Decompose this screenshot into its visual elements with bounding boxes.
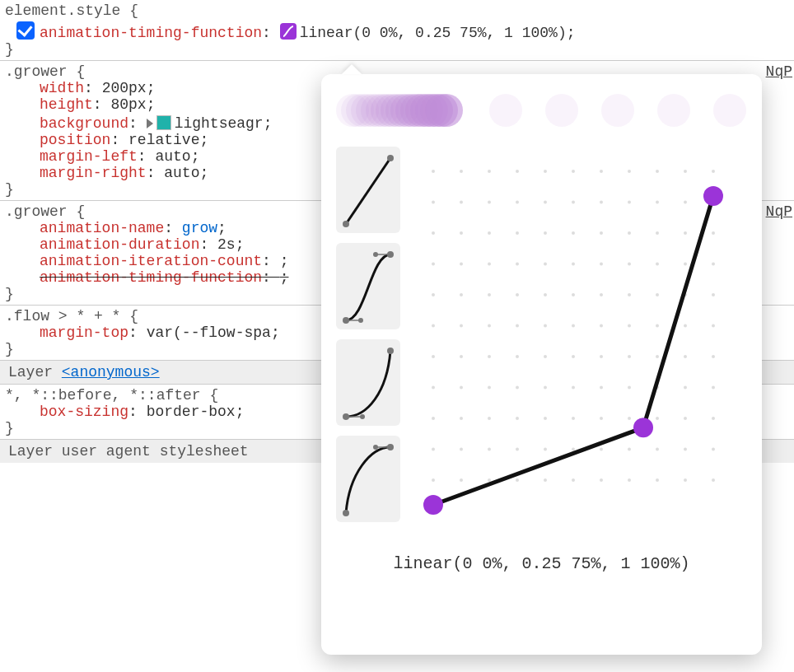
svg-point-132 bbox=[572, 478, 575, 482]
source-link[interactable]: NqP bbox=[766, 63, 792, 80]
prop-name[interactable]: position bbox=[40, 132, 110, 148]
svg-point-1 bbox=[343, 221, 349, 227]
prop-name[interactable]: width bbox=[40, 80, 84, 96]
prop-name[interactable]: animation-duration bbox=[40, 236, 199, 253]
svg-point-122 bbox=[600, 448, 603, 451]
prop-value[interactable]: border-box bbox=[147, 404, 236, 420]
prop-value[interactable]: linear(0 0%, 0.25 75%, 1 100%) bbox=[300, 25, 567, 41]
svg-point-128 bbox=[460, 478, 463, 482]
svg-point-63 bbox=[488, 293, 491, 296]
svg-point-40 bbox=[460, 231, 463, 235]
prop-name[interactable]: margin-left bbox=[40, 148, 138, 165]
svg-point-71 bbox=[712, 293, 715, 296]
svg-point-131 bbox=[544, 478, 547, 482]
svg-point-65 bbox=[544, 293, 547, 296]
prop-value[interactable]: 200px bbox=[102, 80, 147, 96]
prop-name[interactable]: height bbox=[40, 96, 93, 113]
selector[interactable]: .flow > * + * bbox=[5, 308, 120, 324]
timing-function-swatch[interactable] bbox=[280, 23, 297, 40]
svg-point-107 bbox=[488, 417, 491, 420]
svg-point-110 bbox=[572, 417, 575, 420]
curve-control-point[interactable] bbox=[633, 418, 653, 437]
prop-value[interactable]: var(--flow-spa bbox=[147, 324, 271, 341]
svg-point-90 bbox=[628, 355, 631, 358]
svg-point-123 bbox=[628, 448, 631, 451]
preset-ease-in[interactable] bbox=[336, 339, 400, 426]
prop-value[interactable]: auto bbox=[164, 165, 199, 181]
preset-ease-in-out[interactable] bbox=[336, 243, 400, 329]
svg-point-129 bbox=[488, 478, 491, 482]
anim-preview-ghost bbox=[545, 94, 578, 127]
curve-control-point[interactable] bbox=[423, 495, 443, 515]
svg-point-10 bbox=[387, 348, 394, 354]
prop-name[interactable]: margin-right bbox=[40, 165, 147, 181]
selector[interactable]: .grower bbox=[5, 63, 68, 80]
easing-curve-canvas[interactable] bbox=[409, 147, 738, 530]
selector[interactable]: *, *::before, *::after bbox=[5, 387, 201, 404]
svg-point-13 bbox=[343, 510, 349, 516]
svg-point-49 bbox=[712, 231, 715, 235]
svg-point-98 bbox=[544, 386, 547, 390]
timing-function-editor[interactable]: linear(0 0%, 0.25 75%, 1 100%) bbox=[321, 74, 762, 655]
svg-point-55 bbox=[572, 263, 575, 266]
source-link[interactable]: NqP bbox=[766, 203, 792, 220]
svg-point-74 bbox=[488, 324, 491, 328]
prop-name[interactable]: animation-name bbox=[40, 220, 164, 236]
prop-name[interactable]: animation-timing-function bbox=[40, 269, 262, 286]
svg-point-134 bbox=[628, 478, 631, 482]
anim-preview-ghost bbox=[430, 94, 463, 127]
svg-point-109 bbox=[544, 417, 547, 420]
selector[interactable]: .grower bbox=[5, 203, 68, 220]
svg-point-104 bbox=[712, 386, 715, 390]
curve-path bbox=[433, 196, 713, 505]
popover-arrow bbox=[342, 64, 362, 74]
prop-value[interactable]: grow bbox=[182, 220, 217, 236]
svg-point-81 bbox=[684, 324, 687, 328]
svg-point-2 bbox=[387, 155, 394, 161]
color-swatch[interactable] bbox=[156, 115, 171, 130]
property-toggle-checkbox[interactable] bbox=[16, 21, 35, 40]
svg-point-125 bbox=[684, 448, 687, 451]
svg-point-80 bbox=[656, 324, 659, 328]
preset-linear[interactable] bbox=[336, 147, 400, 233]
svg-point-19 bbox=[488, 170, 491, 173]
svg-point-116 bbox=[432, 448, 435, 451]
svg-point-96 bbox=[488, 386, 491, 390]
svg-point-94 bbox=[432, 386, 435, 390]
svg-point-50 bbox=[432, 263, 435, 266]
svg-point-100 bbox=[600, 386, 603, 390]
prop-value[interactable]: auto bbox=[155, 148, 190, 165]
prop-name[interactable]: background bbox=[40, 115, 128, 132]
svg-point-51 bbox=[460, 263, 463, 266]
svg-point-44 bbox=[572, 231, 575, 235]
prop-value[interactable]: 80px bbox=[110, 96, 146, 113]
layer-link-anonymous[interactable]: <anonymous> bbox=[62, 364, 160, 380]
svg-point-91 bbox=[656, 355, 659, 358]
prop-value[interactable]: 2s bbox=[217, 236, 236, 253]
svg-point-60 bbox=[712, 263, 715, 266]
prop-name[interactable]: box-sizing bbox=[40, 404, 128, 420]
curve-control-point[interactable] bbox=[703, 186, 723, 206]
preset-ease-out[interactable] bbox=[336, 436, 400, 522]
declaration-row[interactable]: animation-timing-function: linear(0 0%, … bbox=[5, 19, 789, 41]
prop-value[interactable]: lightseagr bbox=[175, 115, 264, 132]
svg-point-6 bbox=[358, 318, 363, 323]
svg-point-118 bbox=[488, 448, 491, 451]
prop-name[interactable]: margin-top bbox=[40, 324, 128, 341]
svg-point-57 bbox=[628, 263, 631, 266]
svg-point-30 bbox=[488, 201, 491, 204]
svg-point-68 bbox=[628, 293, 631, 296]
prop-name[interactable]: animation-iteration-count bbox=[40, 253, 262, 269]
svg-point-53 bbox=[516, 263, 519, 266]
anim-preview-ghost bbox=[601, 94, 634, 127]
svg-point-36 bbox=[656, 201, 659, 204]
svg-point-135 bbox=[656, 478, 659, 482]
prop-value[interactable]: relative bbox=[128, 132, 199, 148]
expand-shorthand-icon[interactable] bbox=[147, 119, 153, 128]
selector[interactable]: element.style bbox=[5, 2, 120, 19]
svg-point-136 bbox=[684, 478, 687, 482]
prop-name[interactable]: animation-timing-function bbox=[40, 25, 262, 41]
svg-point-130 bbox=[516, 478, 519, 482]
svg-point-47 bbox=[656, 231, 659, 235]
svg-line-0 bbox=[346, 158, 390, 224]
